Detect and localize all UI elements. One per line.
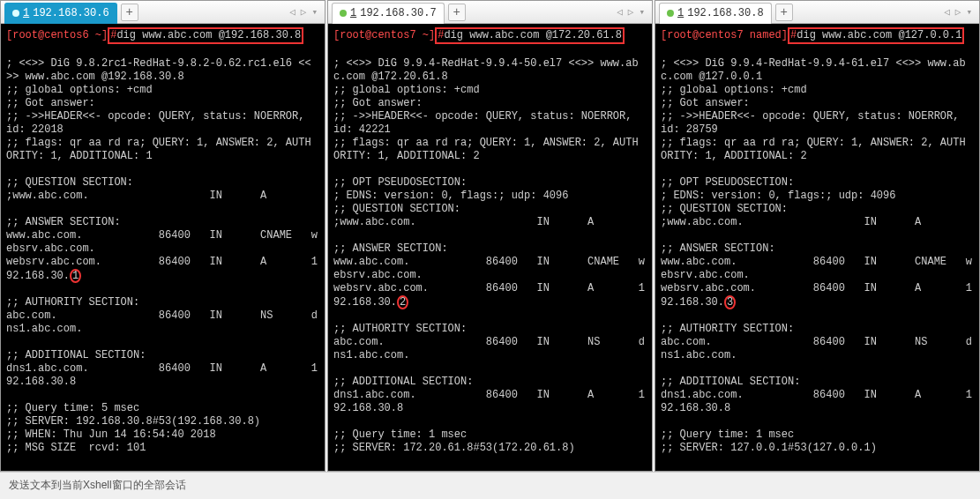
- tab-menu-icon[interactable]: ▾: [966, 6, 972, 18]
- output-line: ;; flags: qr aa rd ra; QUERY: 1, ANSWER:…: [333, 137, 647, 150]
- prompt-line: [root@centos7 named]#dig www.abc.com @12…: [661, 27, 974, 44]
- output-line: ;; OPT PSEUDOSECTION:: [661, 176, 974, 190]
- output-line: websrv.abc.com. 86400 IN A 1 92.168.30.2: [333, 282, 647, 309]
- output-line: [333, 163, 647, 176]
- panes-container: 1 192.168.30.6+◁▷▾[root@centos6 ~]#dig w…: [0, 0, 980, 472]
- output-line: ; EDNS: version: 0, flags:; udp: 4096: [661, 190, 974, 203]
- output-line: [333, 415, 647, 428]
- output-line: ;www.abc.com. IN A: [333, 216, 647, 229]
- output-line: ;; ANSWER SECTION:: [333, 242, 647, 256]
- output-line: ;; ANSWER SECTION:: [6, 216, 319, 229]
- prompt-user-host: [root@centos7 ~]: [333, 29, 435, 41]
- output-line: [6, 455, 319, 468]
- terminal-pane: 1 192.168.30.8+◁▷▾[root@centos7 named]#d…: [655, 0, 980, 472]
- output-line: [661, 309, 974, 323]
- output-line: ;; MSG SIZE rcvd: 101: [6, 442, 319, 455]
- output-line: ;; AUTHORITY SECTION:: [333, 323, 647, 336]
- output-line: ;; global options: +cmd: [661, 84, 974, 97]
- output-line: ;; ->>HEADER<<- opcode: QUERY, status: N…: [6, 110, 319, 123]
- command-text: dig www.abc.com @127.0.0.1: [797, 29, 961, 41]
- output-line: ebsrv.abc.com.: [6, 242, 319, 256]
- tab-bar: 1 192.168.30.6+◁▷▾: [1, 1, 325, 24]
- output-line: ebsrv.abc.com.: [661, 269, 974, 282]
- connection-status-icon: [340, 10, 347, 17]
- output-line: dns1.abc.com. 86400 IN A 1: [661, 389, 974, 402]
- tab-nav-left-icon[interactable]: ◁: [617, 6, 623, 18]
- output-line: ;; global options: +cmd: [333, 84, 647, 97]
- output-line: abc.com. 86400 IN NS d: [6, 309, 319, 323]
- terminal-pane: 1 192.168.30.7+◁▷▾[root@centos7 ~]#dig w…: [327, 0, 653, 472]
- output-line: ; <<>> DiG 9.9.4-RedHat-9.9.4-50.el7 <<>…: [333, 57, 647, 71]
- output-line: www.abc.com. 86400 IN CNAME w: [661, 256, 974, 269]
- output-line: id: 28759: [661, 123, 974, 137]
- output-line: 92.168.30.8: [6, 376, 319, 389]
- session-tab[interactable]: 1 192.168.30.8: [659, 3, 772, 24]
- output-line: ;; global options: +cmd: [6, 84, 319, 97]
- output-line: [333, 44, 647, 57]
- output-line: ;; Got answer:: [6, 97, 319, 110]
- tab-nav-left-icon[interactable]: ◁: [289, 6, 295, 18]
- tabbar-nav: ◁▷▾: [617, 6, 648, 18]
- prompt-line: [root@centos6 ~]#dig www.abc.com @192.16…: [6, 27, 319, 44]
- tab-add-button[interactable]: +: [775, 4, 793, 21]
- output-line: ; <<>> DiG 9.8.2rc1-RedHat-9.8.2-0.62.rc…: [6, 57, 319, 71]
- output-line: ;; QUESTION SECTION:: [661, 203, 974, 216]
- output-line: ;; Got answer:: [333, 97, 647, 110]
- highlighted-command: #dig www.abc.com @192.168.30.8: [108, 27, 303, 44]
- output-line: ;; SERVER: 127.0.0.1#53(127.0.0.1): [661, 442, 974, 455]
- prompt-line: [root@centos7 ~]#dig www.abc.com @172.20…: [333, 27, 647, 44]
- output-line: ORITY: 1, ADDITIONAL: 2: [333, 150, 647, 163]
- connection-status-icon: [667, 10, 674, 17]
- output-line: [661, 362, 974, 376]
- output-line: abc.com. 86400 IN NS d: [333, 336, 647, 349]
- tab-add-button[interactable]: +: [121, 4, 138, 21]
- terminal-output[interactable]: [root@centos6 ~]#dig www.abc.com @192.16…: [1, 24, 325, 471]
- tab-menu-icon[interactable]: ▾: [311, 6, 318, 18]
- tab-add-button[interactable]: +: [448, 4, 466, 21]
- tab-nav-right-icon[interactable]: ▷: [955, 6, 961, 18]
- output-line: ;; QUESTION SECTION:: [333, 203, 647, 216]
- output-line: [6, 336, 319, 349]
- tab-nav-left-icon[interactable]: ◁: [944, 6, 950, 18]
- tab-index: 1: [677, 7, 684, 19]
- output-line: www.abc.com. 86400 IN CNAME w: [6, 229, 319, 242]
- output-line: www.abc.com. 86400 IN CNAME w: [333, 256, 647, 269]
- output-line: [661, 44, 974, 57]
- highlighted-digit: 3: [724, 295, 736, 309]
- prompt-user-host: [root@centos6 ~]: [6, 29, 108, 41]
- output-line: ;; SERVER: 192.168.30.8#53(192.168.30.8): [6, 415, 319, 428]
- tab-index: 1: [350, 7, 356, 19]
- output-line: >> www.abc.com @192.168.30.8: [6, 71, 319, 84]
- session-tab[interactable]: 1 192.168.30.6: [4, 3, 117, 24]
- terminal-output[interactable]: [root@centos7 named]#dig www.abc.com @12…: [655, 24, 979, 471]
- session-tab[interactable]: 1 192.168.30.7: [332, 3, 445, 24]
- highlighted-digit: 1: [70, 269, 81, 283]
- output-line: [6, 163, 319, 176]
- output-line: [333, 362, 647, 376]
- output-line: ;; ->>HEADER<<- opcode: QUERY, status: N…: [661, 110, 974, 123]
- output-line: ns1.abc.com.: [661, 349, 974, 362]
- connection-status-icon: [12, 10, 19, 17]
- tab-menu-icon[interactable]: ▾: [639, 6, 645, 18]
- highlighted-digit: 2: [397, 295, 408, 309]
- output-line: ORITY: 1, ADDITIONAL: 2: [661, 150, 974, 163]
- tab-nav-right-icon[interactable]: ▷: [301, 6, 307, 18]
- output-line: ORITY: 1, ADDITIONAL: 1: [6, 150, 319, 163]
- output-line: websrv.abc.com. 86400 IN A 1 92.168.30.1: [6, 256, 319, 283]
- output-line: c.com @127.0.0.1: [661, 71, 974, 84]
- output-line: ;; OPT PSEUDOSECTION:: [333, 176, 647, 190]
- terminal-pane: 1 192.168.30.6+◁▷▾[root@centos6 ~]#dig w…: [0, 0, 325, 472]
- output-line: websrv.abc.com. 86400 IN A 1 92.168.30.3: [661, 282, 974, 309]
- tab-title: 192.168.30.8: [687, 7, 763, 19]
- terminal-output[interactable]: [root@centos7 ~]#dig www.abc.com @172.20…: [328, 24, 652, 471]
- tabbar-nav: ◁▷▾: [944, 6, 976, 18]
- tab-nav-right-icon[interactable]: ▷: [628, 6, 634, 18]
- tab-index: 1: [23, 7, 29, 19]
- output-line: dns1.abc.com. 86400 IN A 1: [6, 362, 319, 376]
- highlighted-command: #dig www.abc.com @127.0.0.1: [788, 27, 964, 44]
- output-line: id: 42221: [333, 123, 647, 137]
- output-line: ;; SERVER: 172.20.61.8#53(172.20.61.8): [333, 442, 647, 455]
- output-line: [6, 389, 319, 402]
- output-line: ebsrv.abc.com.: [333, 269, 647, 282]
- output-line: ;; ADDITIONAL SECTION:: [6, 349, 319, 362]
